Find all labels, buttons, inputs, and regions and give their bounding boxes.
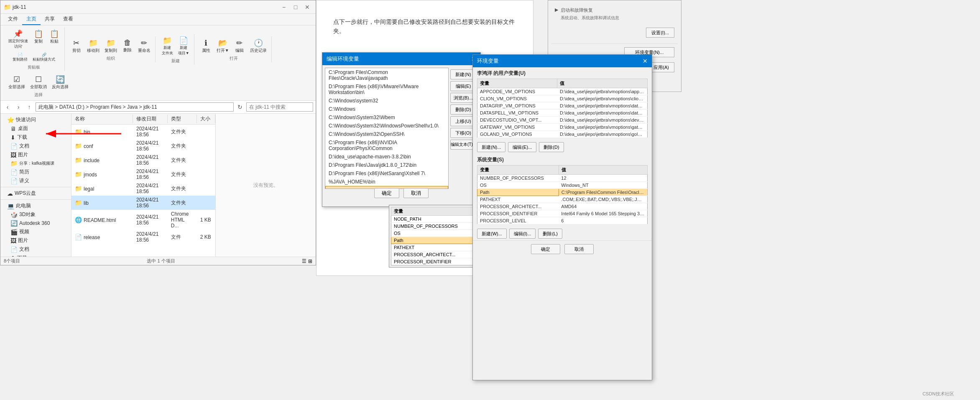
ribbon-btn-select-all[interactable]: ☑ 全部选择 — [6, 74, 27, 91]
sys-delete-btn[interactable]: 删除(L) — [538, 229, 562, 239]
table-row[interactable]: CLION_VM_OPTIONS D:\idea_use\jiepo\jetbr… — [477, 95, 648, 102]
ribbon-btn-properties[interactable]: ℹ 属性 — [199, 37, 214, 55]
nav-videos[interactable]: 🎬 视频 — [0, 227, 71, 236]
startup-recovery-item[interactable]: ▶ 启动和故障恢复 — [555, 7, 674, 13]
table-row[interactable]: PROCESSOR_ARCHITECT... AMD64 — [477, 203, 648, 210]
table-row[interactable]: OS Windows_NT — [477, 182, 648, 189]
file-row[interactable]: 📁jmods 2024/4/21 18:56 文件夹 — [71, 167, 215, 181]
back-button[interactable]: ‹ — [3, 102, 12, 112]
table-row[interactable]: DEVECOSTUDIO_VM_OPT... D:\idea_use\jiepo… — [477, 117, 648, 124]
nav-pictures[interactable]: 🖼 图片 — [0, 150, 71, 159]
table-row[interactable]: DATASPELL_VM_OPTIONS D:\idea_use\jiepo\j… — [477, 110, 648, 117]
file-row[interactable]: 🌐README.html 2024/4/21 18:56 Chrome HTML… — [71, 210, 215, 230]
nav-dl2[interactable]: ⬇ 下载 — [0, 254, 71, 257]
file-row[interactable]: 📁bin 2024/4/21 18:56 文件夹 — [71, 125, 215, 139]
sys-edit-btn[interactable]: 编辑(I)... — [509, 229, 536, 239]
table-row[interactable]: APPCODE_VM_OPTIONS D:\idea_use\jiepo\jet… — [477, 88, 648, 95]
ribbon-btn-select-none[interactable]: ☐ 全部取消 — [28, 74, 49, 91]
table-row[interactable]: PROCESSOR_IDENTIFIER Intel64 Family 6 Mo… — [477, 210, 648, 217]
file-row[interactable]: 📁lib 2024/4/21 18:56 文件夹 — [71, 196, 215, 210]
tab-view[interactable]: 查看 — [59, 14, 77, 25]
system-startup-item[interactable]: 系统启动、系统故障和调试信息 — [555, 15, 674, 21]
tab-share[interactable]: 共享 — [41, 14, 59, 25]
env-list-item[interactable]: C:\Windows\system32 — [325, 97, 448, 105]
close-button[interactable]: ✕ — [302, 2, 312, 12]
ribbon-btn-paste[interactable]: 📋 粘贴 — [47, 28, 62, 51]
ribbon-btn-pin[interactable]: 📌 固定到'快速访问' — [6, 28, 30, 51]
refresh-button[interactable]: ↻ — [235, 102, 245, 112]
table-row[interactable]: PROCESSOR_LEVEL 6 — [477, 217, 648, 224]
env-list-item[interactable]: C:\Windows\System32\WindowsPowerShell\v1… — [325, 122, 448, 130]
ribbon-btn-history[interactable]: 🕐 历史记录 — [248, 37, 269, 55]
env-main-cancel-btn[interactable]: 取消 — [564, 244, 594, 254]
table-row[interactable]: PATHEXT .COM;.EXE;.BAT;.CMD;.VBS;.VBE;.J… — [477, 196, 648, 203]
tab-file[interactable]: 文件 — [4, 14, 22, 25]
env-list-item[interactable]: C:\Windows — [325, 105, 448, 113]
minimize-button[interactable]: − — [279, 2, 289, 12]
file-row[interactable]: 📁include 2024/4/21 18:56 文件夹 — [71, 153, 215, 167]
maximize-button[interactable]: □ — [291, 2, 301, 12]
col-header-type[interactable]: 类型 — [168, 115, 197, 123]
file-row[interactable]: 📁legal 2024/4/21 18:56 文件夹 — [71, 181, 215, 196]
env-list-item[interactable]: C:\Windows\System32\OpenSSH\ — [325, 130, 448, 138]
ribbon-btn-rename[interactable]: ✏ 重命名 — [136, 37, 153, 55]
search-input[interactable] — [246, 102, 313, 112]
ribbon-btn-move-to[interactable]: 📁 移动到 — [85, 37, 102, 55]
nav-3d[interactable]: 🎲 3D对象 — [0, 210, 71, 219]
file-row[interactable]: 📁conf 2024/4/21 18:56 文件夹 — [71, 139, 215, 153]
ribbon-btn-edit[interactable]: ✏ 编辑 — [232, 37, 247, 55]
env-list-item[interactable]: C:\Windows\System32\Wbem — [325, 113, 448, 122]
col-header-name[interactable]: 名称 — [71, 115, 133, 123]
user-edit-btn[interactable]: 编辑(E)... — [508, 142, 536, 152]
nav-wps-cloud[interactable]: ☁ WPS云盘 — [0, 189, 71, 198]
nav-handout[interactable]: 📄 讲义 — [0, 176, 71, 185]
tab-home[interactable]: 主页 — [22, 14, 41, 25]
nav-documents[interactable]: 📄 文档 — [0, 142, 71, 150]
table-row[interactable]: DATAGRIP_VM_OPTIONS D:\idea_use\jiepo\je… — [477, 102, 648, 110]
table-row[interactable]: GOLAND_VM_OPTIONS D:\idea_use\jiepo\jetb… — [477, 131, 648, 138]
list-view-btn[interactable]: ☰ — [302, 258, 306, 264]
nav-downloads[interactable]: ⬇ 下载 — [0, 133, 71, 142]
nav-autodesk[interactable]: 🔄 Autodesk 360 — [0, 219, 71, 227]
forward-button[interactable]: › — [14, 102, 23, 112]
nav-pics[interactable]: 🖼 图片 — [0, 236, 71, 245]
env-list-item[interactable]: C:\Program Files (x86)\NVIDIA Corporatio… — [325, 138, 448, 153]
cancel-btn[interactable]: 取消 — [403, 188, 429, 198]
ribbon-btn-new-item[interactable]: 📄 新建项目▼ — [176, 35, 191, 57]
ribbon-btn-copy[interactable]: 📋 复制 — [31, 28, 46, 51]
ribbon-btn-copy-path[interactable]: 📄 复制路径 — [10, 51, 30, 64]
env-list-item[interactable]: D:\Program Files (x86)\NetSarang\Xshell … — [325, 169, 448, 178]
ribbon-btn-copy-to[interactable]: 📁 复制到 — [102, 37, 119, 55]
env-list-item[interactable]: C:\Program Files\Common Files\Oracle\Jav… — [325, 68, 448, 82]
table-row-path[interactable]: Path C:\Program Files\Common Files\Oracl… — [477, 189, 648, 196]
nav-desktop[interactable]: 🖥 桌面 — [0, 124, 71, 133]
ribbon-btn-invert[interactable]: 🔄 反向选择 — [50, 74, 71, 91]
nav-quick-access[interactable]: ⭐ 快速访问 — [0, 115, 71, 124]
ribbon-btn-delete[interactable]: 🗑 删除 — [120, 37, 135, 55]
nav-docs2[interactable]: 📄 文档 — [0, 245, 71, 254]
settings-button[interactable]: 设置(I)... — [646, 28, 674, 38]
ribbon-btn-new-folder[interactable]: 📁 新建文件夹 — [160, 35, 175, 57]
env-list-item[interactable]: D:\Program Files (x86)\VMware\VMware Wor… — [325, 82, 448, 97]
ribbon-btn-paste-shortcut[interactable]: 🔗 粘贴快捷方式 — [31, 51, 57, 64]
env-main-ok-btn[interactable]: 确定 — [531, 244, 560, 254]
nav-kafka[interactable]: 📁 分享：kafka视频课 — [0, 159, 71, 168]
env-main-close-btn[interactable]: ✕ — [643, 58, 648, 64]
ribbon-btn-cut[interactable]: ✂ 剪切 — [69, 37, 84, 55]
user-new-btn[interactable]: 新建(N)... — [477, 142, 505, 152]
address-path[interactable]: 此电脑 > DATA1 (D:) > Program Files > Java … — [36, 102, 234, 112]
col-header-date[interactable]: 修改日期 — [133, 115, 168, 123]
user-delete-btn[interactable]: 删除(D) — [539, 142, 564, 152]
env-list-item[interactable]: D:\Program Files\Java\jdk1.8.0_172\bin — [325, 161, 448, 169]
grid-view-btn[interactable]: ⊞ — [308, 258, 312, 264]
sys-new-btn[interactable]: 新建(W)... — [477, 229, 507, 239]
ok-btn[interactable]: 确定 — [374, 188, 399, 198]
file-row[interactable]: 📄release 2024/4/21 18:56 文件 2 KB — [71, 230, 215, 244]
nav-resume[interactable]: 📄 简历 — [0, 168, 71, 176]
table-row[interactable]: NUMBER_OF_PROCESSORS 12 — [477, 175, 648, 182]
table-row[interactable]: GATEWAY_VM_OPTIONS D:\idea_use\jiepo\jet… — [477, 124, 648, 131]
nav-this-pc[interactable]: 💻 此电脑 — [0, 201, 71, 210]
up-button[interactable]: ↑ — [25, 102, 34, 112]
col-header-size[interactable]: 大小 — [197, 115, 215, 123]
ribbon-btn-open[interactable]: 📂 打开▼ — [214, 37, 231, 55]
